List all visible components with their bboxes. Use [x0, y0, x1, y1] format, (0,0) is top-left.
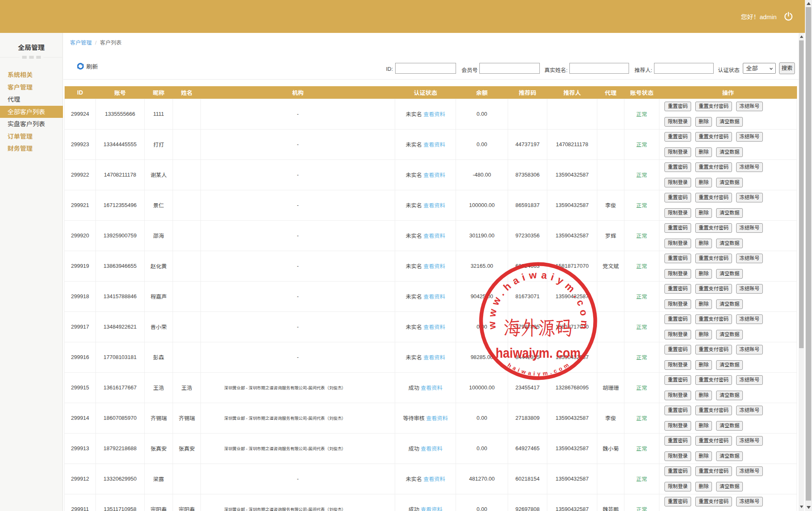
svg-text:海外源码: 海外源码 — [504, 314, 573, 341]
svg-text:haiwaiym. com: haiwaiym. com — [496, 345, 581, 361]
